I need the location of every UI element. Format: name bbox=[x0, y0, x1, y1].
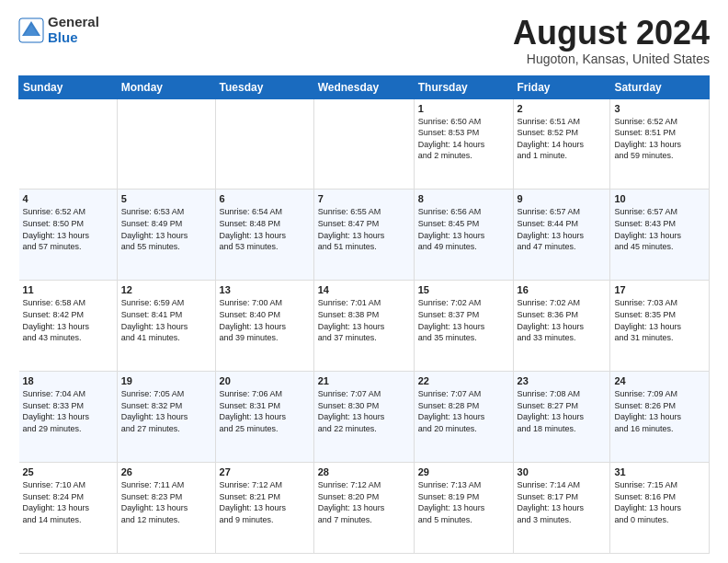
day-number: 11 bbox=[23, 284, 113, 295]
day-number: 2 bbox=[518, 103, 607, 114]
day-cell: 8Sunrise: 6:56 AM Sunset: 8:45 PM Daylig… bbox=[414, 190, 513, 281]
day-number: 22 bbox=[418, 375, 509, 386]
day-info: Sunrise: 6:51 AM Sunset: 8:52 PM Dayligh… bbox=[518, 116, 607, 162]
day-number: 28 bbox=[318, 466, 410, 477]
day-info: Sunrise: 6:58 AM Sunset: 8:42 PM Dayligh… bbox=[23, 297, 113, 343]
day-number: 27 bbox=[220, 466, 310, 477]
header: General Blue August 2024 Hugoton, Kansas… bbox=[18, 15, 710, 66]
day-info: Sunrise: 6:53 AM Sunset: 8:49 PM Dayligh… bbox=[121, 206, 211, 252]
day-cell bbox=[215, 98, 313, 190]
day-cell: 18Sunrise: 7:04 AM Sunset: 8:33 PM Dayli… bbox=[19, 372, 118, 463]
day-cell: 25Sunrise: 7:10 AM Sunset: 8:24 PM Dayli… bbox=[19, 463, 118, 554]
col-monday: Monday bbox=[117, 75, 215, 98]
page: General Blue August 2024 Hugoton, Kansas… bbox=[0, 0, 728, 563]
day-info: Sunrise: 7:09 AM Sunset: 8:26 PM Dayligh… bbox=[614, 388, 705, 434]
day-number: 14 bbox=[318, 284, 410, 295]
day-info: Sunrise: 7:02 AM Sunset: 8:37 PM Dayligh… bbox=[418, 297, 509, 343]
day-info: Sunrise: 7:07 AM Sunset: 8:28 PM Dayligh… bbox=[418, 388, 509, 434]
col-wednesday: Wednesday bbox=[313, 75, 414, 98]
day-info: Sunrise: 6:59 AM Sunset: 8:41 PM Dayligh… bbox=[121, 297, 211, 343]
col-saturday: Saturday bbox=[610, 75, 710, 98]
day-info: Sunrise: 7:02 AM Sunset: 8:36 PM Dayligh… bbox=[518, 297, 607, 343]
day-cell: 22Sunrise: 7:07 AM Sunset: 8:28 PM Dayli… bbox=[414, 372, 513, 463]
day-cell: 11Sunrise: 6:58 AM Sunset: 8:42 PM Dayli… bbox=[19, 281, 118, 372]
day-cell: 5Sunrise: 6:53 AM Sunset: 8:49 PM Daylig… bbox=[117, 190, 215, 281]
week-row-3: 18Sunrise: 7:04 AM Sunset: 8:33 PM Dayli… bbox=[19, 372, 710, 463]
day-number: 1 bbox=[418, 103, 509, 114]
logo-text: General Blue bbox=[48, 15, 99, 45]
week-row-0: 1Sunrise: 6:50 AM Sunset: 8:53 PM Daylig… bbox=[19, 98, 710, 190]
day-cell: 16Sunrise: 7:02 AM Sunset: 8:36 PM Dayli… bbox=[513, 281, 610, 372]
logo-general: General bbox=[48, 15, 99, 30]
day-info: Sunrise: 7:12 AM Sunset: 8:21 PM Dayligh… bbox=[220, 479, 310, 525]
day-number: 10 bbox=[614, 193, 705, 204]
day-number: 4 bbox=[23, 193, 113, 204]
col-tuesday: Tuesday bbox=[215, 75, 313, 98]
day-info: Sunrise: 7:12 AM Sunset: 8:20 PM Dayligh… bbox=[318, 479, 410, 525]
day-cell: 2Sunrise: 6:51 AM Sunset: 8:52 PM Daylig… bbox=[513, 98, 610, 190]
calendar-header: Sunday Monday Tuesday Wednesday Thursday… bbox=[19, 75, 710, 98]
day-info: Sunrise: 7:10 AM Sunset: 8:24 PM Dayligh… bbox=[23, 479, 113, 525]
day-cell: 13Sunrise: 7:00 AM Sunset: 8:40 PM Dayli… bbox=[215, 281, 313, 372]
day-cell: 9Sunrise: 6:57 AM Sunset: 8:44 PM Daylig… bbox=[513, 190, 610, 281]
day-info: Sunrise: 7:15 AM Sunset: 8:16 PM Dayligh… bbox=[614, 479, 705, 525]
day-number: 25 bbox=[23, 466, 113, 477]
day-number: 12 bbox=[121, 284, 211, 295]
day-info: Sunrise: 6:57 AM Sunset: 8:43 PM Dayligh… bbox=[614, 206, 705, 252]
day-cell bbox=[313, 98, 414, 190]
day-number: 19 bbox=[121, 375, 211, 386]
day-cell: 27Sunrise: 7:12 AM Sunset: 8:21 PM Dayli… bbox=[215, 463, 313, 554]
day-cell: 30Sunrise: 7:14 AM Sunset: 8:17 PM Dayli… bbox=[513, 463, 610, 554]
day-info: Sunrise: 7:07 AM Sunset: 8:30 PM Dayligh… bbox=[318, 388, 410, 434]
day-info: Sunrise: 7:13 AM Sunset: 8:19 PM Dayligh… bbox=[418, 479, 509, 525]
day-number: 9 bbox=[518, 193, 607, 204]
day-cell bbox=[19, 98, 118, 190]
day-cell: 26Sunrise: 7:11 AM Sunset: 8:23 PM Dayli… bbox=[117, 463, 215, 554]
day-cell: 17Sunrise: 7:03 AM Sunset: 8:35 PM Dayli… bbox=[610, 281, 710, 372]
calendar-table: Sunday Monday Tuesday Wednesday Thursday… bbox=[18, 75, 710, 554]
day-info: Sunrise: 6:52 AM Sunset: 8:51 PM Dayligh… bbox=[614, 116, 705, 162]
title-block: August 2024 Hugoton, Kansas, United Stat… bbox=[513, 15, 710, 66]
day-number: 16 bbox=[518, 284, 607, 295]
col-thursday: Thursday bbox=[414, 75, 513, 98]
day-number: 29 bbox=[418, 466, 509, 477]
day-cell: 12Sunrise: 6:59 AM Sunset: 8:41 PM Dayli… bbox=[117, 281, 215, 372]
day-number: 24 bbox=[614, 375, 705, 386]
day-number: 8 bbox=[418, 193, 509, 204]
day-cell: 6Sunrise: 6:54 AM Sunset: 8:48 PM Daylig… bbox=[215, 190, 313, 281]
day-number: 6 bbox=[220, 193, 310, 204]
day-number: 18 bbox=[23, 375, 113, 386]
day-info: Sunrise: 7:04 AM Sunset: 8:33 PM Dayligh… bbox=[23, 388, 113, 434]
subtitle: Hugoton, Kansas, United States bbox=[513, 52, 710, 66]
logo-blue: Blue bbox=[48, 30, 99, 46]
day-info: Sunrise: 7:08 AM Sunset: 8:27 PM Dayligh… bbox=[518, 388, 607, 434]
day-info: Sunrise: 7:11 AM Sunset: 8:23 PM Dayligh… bbox=[121, 479, 211, 525]
day-cell: 31Sunrise: 7:15 AM Sunset: 8:16 PM Dayli… bbox=[610, 463, 710, 554]
day-cell: 4Sunrise: 6:52 AM Sunset: 8:50 PM Daylig… bbox=[19, 190, 118, 281]
day-cell: 24Sunrise: 7:09 AM Sunset: 8:26 PM Dayli… bbox=[610, 372, 710, 463]
day-number: 21 bbox=[318, 375, 410, 386]
day-info: Sunrise: 6:50 AM Sunset: 8:53 PM Dayligh… bbox=[418, 116, 509, 162]
day-number: 13 bbox=[220, 284, 310, 295]
day-cell: 28Sunrise: 7:12 AM Sunset: 8:20 PM Dayli… bbox=[313, 463, 414, 554]
day-cell bbox=[117, 98, 215, 190]
header-row: Sunday Monday Tuesday Wednesday Thursday… bbox=[19, 75, 710, 98]
day-cell: 10Sunrise: 6:57 AM Sunset: 8:43 PM Dayli… bbox=[610, 190, 710, 281]
day-number: 30 bbox=[518, 466, 607, 477]
day-number: 17 bbox=[614, 284, 705, 295]
day-info: Sunrise: 6:54 AM Sunset: 8:48 PM Dayligh… bbox=[220, 206, 310, 252]
day-cell: 29Sunrise: 7:13 AM Sunset: 8:19 PM Dayli… bbox=[414, 463, 513, 554]
week-row-2: 11Sunrise: 6:58 AM Sunset: 8:42 PM Dayli… bbox=[19, 281, 710, 372]
day-cell: 7Sunrise: 6:55 AM Sunset: 8:47 PM Daylig… bbox=[313, 190, 414, 281]
day-number: 26 bbox=[121, 466, 211, 477]
main-title: August 2024 bbox=[513, 15, 710, 52]
day-number: 3 bbox=[614, 103, 705, 114]
day-cell: 14Sunrise: 7:01 AM Sunset: 8:38 PM Dayli… bbox=[313, 281, 414, 372]
day-info: Sunrise: 6:55 AM Sunset: 8:47 PM Dayligh… bbox=[318, 206, 410, 252]
logo: General Blue bbox=[18, 15, 99, 45]
day-number: 23 bbox=[518, 375, 607, 386]
day-number: 31 bbox=[614, 466, 705, 477]
day-cell: 1Sunrise: 6:50 AM Sunset: 8:53 PM Daylig… bbox=[414, 98, 513, 190]
calendar-body: 1Sunrise: 6:50 AM Sunset: 8:53 PM Daylig… bbox=[19, 98, 710, 553]
day-number: 5 bbox=[121, 193, 211, 204]
